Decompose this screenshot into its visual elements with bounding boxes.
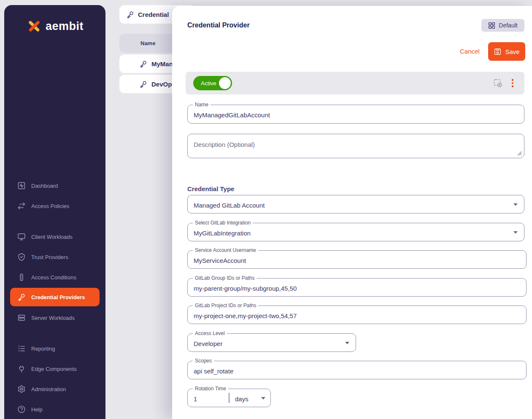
- access-level-label: Access Level: [193, 330, 227, 336]
- credential-type-heading: Credential Type: [187, 185, 234, 192]
- sidebar-item-label: Client Workloads: [31, 234, 73, 240]
- sidebar-item-label: Trust Providers: [31, 254, 68, 260]
- access-level-value: Developer: [194, 340, 222, 347]
- save-button-label: Save: [505, 48, 519, 55]
- trust-providers-icon: [17, 253, 26, 261]
- gitlab-project-ids-label: GitLab Project IDs or Paths: [193, 303, 258, 308]
- name-field-label: Name: [193, 102, 211, 108]
- sidebar-item-label: Reporting: [31, 346, 55, 352]
- rotation-unit-select[interactable]: days: [235, 389, 248, 407]
- status-bar: Active: [186, 72, 524, 95]
- rotation-time-field: Rotation Time days: [187, 389, 271, 407]
- service-account-username-label: Service Account Username: [193, 247, 258, 253]
- access-conditions-icon: [17, 273, 26, 281]
- description-placeholder: Description (Optional): [194, 141, 255, 148]
- sidebar-item-access-conditions[interactable]: Access Conditions: [10, 268, 100, 287]
- save-floppy-icon: [494, 48, 502, 56]
- administration-gear-icon: [17, 385, 26, 393]
- chevron-down-icon: [513, 231, 518, 234]
- service-account-username-field: Service Account Username: [187, 250, 527, 269]
- access-policies-icon: [17, 202, 26, 210]
- sidebar-item-label: Administration: [31, 386, 66, 392]
- sidebar-item-label: Server Workloads: [31, 315, 75, 321]
- rotation-unit-value: days: [235, 395, 248, 403]
- chevron-down-icon: [513, 203, 518, 206]
- toggle-knob: [219, 77, 231, 89]
- scopes-field: Scopes: [187, 361, 527, 379]
- service-account-username-input[interactable]: [188, 251, 526, 268]
- help-icon: [17, 405, 26, 414]
- sidebar-item-credential-providers[interactable]: Credential Providers: [10, 288, 100, 306]
- gitlab-group-ids-input[interactable]: [188, 278, 526, 296]
- sidebar-item-edge-components[interactable]: Edge Components: [10, 360, 100, 378]
- list-item-label: MyMan: [151, 60, 173, 68]
- sidebar-item-client-workloads[interactable]: Client Workloads: [10, 227, 100, 246]
- key-icon: [139, 60, 147, 68]
- default-button-label: Default: [499, 22, 517, 29]
- scopes-label: Scopes: [193, 358, 214, 364]
- default-button[interactable]: Default: [481, 19, 524, 32]
- credential-providers-key-icon: [17, 293, 26, 301]
- key-icon: [139, 80, 147, 88]
- gitlab-group-ids-field: GitLab Group IDs or Paths: [187, 278, 527, 297]
- sidebar-item-administration[interactable]: Administration: [10, 380, 100, 398]
- credential-provider-panel: Credential Provider Default Cancel Save …: [172, 6, 532, 419]
- grid-icon: [488, 22, 495, 29]
- brand-name: aembit: [46, 20, 84, 33]
- add-tag-icon[interactable]: [493, 78, 503, 88]
- sidebar-item-dashboard[interactable]: Dashboard: [10, 176, 100, 195]
- sidebar-item-reporting[interactable]: Reporting: [10, 339, 100, 358]
- gitlab-integration-select[interactable]: Select GitLab Integration MyGitLabIntegr…: [187, 223, 524, 241]
- chevron-down-icon: [261, 397, 265, 400]
- description-field: Description (Optional): [187, 134, 524, 158]
- brand-logo: aembit: [4, 16, 105, 36]
- active-toggle[interactable]: Active: [193, 76, 232, 90]
- access-level-select[interactable]: Access Level Developer: [187, 333, 356, 352]
- sidebar-item-label: Edge Components: [31, 366, 77, 372]
- list-title: Credential: [138, 11, 169, 18]
- credential-type-select[interactable]: Managed GitLab Account: [187, 195, 524, 214]
- cancel-button[interactable]: Cancel: [460, 48, 480, 55]
- kebab-menu-icon[interactable]: [510, 78, 516, 89]
- sidebar-item-label: Credential Providers: [31, 294, 85, 300]
- active-toggle-label: Active: [201, 80, 216, 87]
- chevron-down-icon: [345, 342, 349, 344]
- rotation-time-input[interactable]: [188, 389, 228, 407]
- sidebar-item-label: Dashboard: [31, 183, 58, 189]
- divider: [229, 393, 230, 403]
- sidebar-item-server-workloads[interactable]: Server Workloads: [10, 308, 100, 327]
- page-title: Credential Provider: [187, 22, 250, 29]
- sidebar-item-access-policies[interactable]: Access Policies: [10, 197, 100, 215]
- list-item-label: DevOp: [151, 81, 172, 88]
- brand-x-icon: [26, 18, 42, 34]
- dashboard-icon: [17, 181, 26, 190]
- sidebar-item-label: Access Conditions: [31, 274, 76, 281]
- sidebar-item-label: Access Policies: [31, 203, 69, 209]
- sidebar-item-trust-providers[interactable]: Trust Providers: [10, 248, 100, 266]
- resize-handle-icon[interactable]: [517, 151, 522, 156]
- client-workloads-icon: [17, 232, 26, 241]
- gitlab-group-ids-label: GitLab Group IDs or Paths: [193, 275, 257, 281]
- credential-type-value: Managed GitLab Account: [194, 202, 265, 209]
- save-button[interactable]: Save: [488, 42, 525, 61]
- gitlab-project-ids-field: GitLab Project IDs or Paths: [187, 305, 527, 324]
- sidebar: aembit Dashboard Access Policies Client …: [4, 5, 105, 419]
- name-field: Name: [187, 105, 524, 124]
- sidebar-item-label: Help: [31, 406, 43, 413]
- reporting-icon: [17, 344, 26, 353]
- sidebar-item-help[interactable]: Help: [10, 400, 100, 419]
- gitlab-integration-value: MyGitLabIntegration: [194, 230, 251, 237]
- gitlab-integration-label: Select GitLab Integration: [193, 220, 253, 226]
- key-icon: [126, 11, 134, 19]
- scopes-input[interactable]: [188, 361, 526, 379]
- server-workloads-icon: [17, 314, 26, 322]
- gitlab-project-ids-input[interactable]: [188, 306, 526, 324]
- edge-components-plug-icon: [17, 365, 26, 373]
- name-input[interactable]: [188, 105, 524, 123]
